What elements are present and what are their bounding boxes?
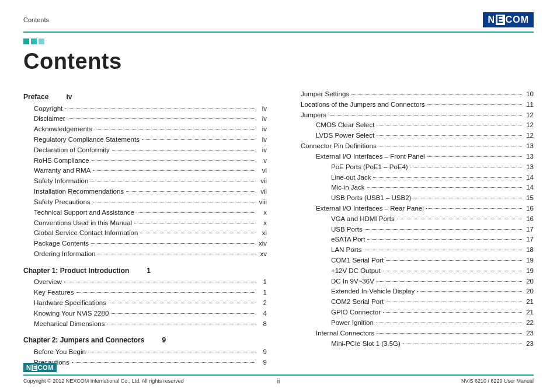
toc-entry-page: xi [256, 228, 267, 239]
toc-leader-dots [64, 282, 255, 282]
toc-entry[interactable]: External I/O Interfaces – Front Panel13 [290, 152, 534, 162]
footer-page-number: ii [277, 378, 280, 384]
toc-entry-page: xv [256, 249, 267, 260]
toc-leader-dots [426, 208, 522, 209]
toc-entry-page: 23 [523, 339, 534, 349]
toc-entry-page: x [256, 208, 267, 218]
toc-entry-page: 20 [523, 286, 534, 297]
toc-column-right: Jumper Settings10Locations of the Jumper… [290, 89, 534, 368]
toc-entry[interactable]: Mini-PCIe Slot 1 (3.5G)23 [290, 339, 534, 349]
toc-entry-page: 16 [523, 214, 534, 225]
toc-entry-title: Ordering Information [34, 249, 96, 260]
toc-entry[interactable]: CMOS Clear Select12 [290, 120, 534, 131]
toc-entry[interactable]: Safety Informationvii [23, 176, 267, 187]
toc-entry-page: 13 [523, 162, 534, 173]
toc-entry[interactable]: Mechanical Dimensions8 [23, 319, 267, 330]
toc-entry[interactable]: Locations of the Jumpers and Connectors1… [290, 100, 534, 110]
toc-entry[interactable]: DC In 9V~36V20 [290, 276, 534, 287]
toc-entry[interactable]: Knowing Your NViS 22804 [23, 309, 267, 319]
brand-logo: NECOM [483, 12, 534, 27]
toc-entry[interactable]: Precautions9 [23, 358, 267, 368]
toc-entry[interactable]: eSATA Port17 [290, 235, 534, 245]
toc-entry[interactable]: USB Ports (USB1 – USB2)15 [290, 193, 534, 204]
toc-entry-page: iv [256, 145, 267, 156]
toc-entry[interactable]: Mic-in Jack14 [290, 183, 534, 193]
toc-entry[interactable]: RoHS Compliancev [23, 156, 267, 166]
toc-entry[interactable]: USB Ports17 [290, 225, 534, 235]
decorative-square [39, 38, 44, 44]
toc-entry[interactable]: COM2 Serial Port21 [290, 297, 534, 307]
toc-entry[interactable]: PoE Ports (PoE1 – PoE4)13 [290, 162, 534, 173]
toc-entry-title: RoHS Compliance [34, 156, 90, 166]
toc-section-heading[interactable]: Prefaceiv [23, 92, 267, 103]
page-root: Contents NECOM Contents PrefaceivCopyrig… [0, 0, 557, 392]
toc-leader-dots [134, 223, 255, 223]
toc-entry[interactable]: Global Service Contact Informationxi [23, 228, 267, 239]
toc-entry[interactable]: LAN Ports18 [290, 245, 534, 256]
toc-entry[interactable]: Disclaimeriv [23, 114, 267, 124]
toc-leader-dots [403, 344, 522, 344]
toc-entry-page: 23 [523, 328, 534, 339]
toc-entry[interactable]: +12V DC Output19 [290, 266, 534, 276]
toc-section-heading[interactable]: Chapter 1: Product Introduction1 [23, 265, 267, 276]
toc-entry[interactable]: Declaration of Conformityiv [23, 145, 267, 156]
toc-entry-title: Internal Connectors [316, 328, 375, 339]
toc-section-heading[interactable]: Chapter 2: Jumpers and Connectors9 [23, 335, 267, 346]
toc-entry-title: COM1 Serial Port [331, 256, 385, 266]
toc-entry[interactable]: Regulatory Compliance Statementsiv [23, 135, 267, 145]
toc-entry-page: xiv [256, 239, 267, 249]
toc-entry[interactable]: Jumper Settings10 [290, 89, 534, 100]
toc-entry-title: Key Features [34, 288, 75, 298]
toc-entry[interactable]: Before You Begin9 [23, 347, 267, 358]
footer-logo-n: N [26, 364, 31, 371]
toc-entry-title: External I/O Interfaces – Rear Panel [316, 204, 425, 214]
toc-entry[interactable]: LVDS Power Select12 [290, 131, 534, 141]
toc-entry-page: v [256, 156, 267, 166]
toc-entry[interactable]: Installation Recommendationsvii [23, 187, 267, 197]
toc-leader-dots [377, 125, 522, 125]
toc-entry-page: 8 [256, 319, 267, 330]
toc-entry-page: iv [256, 114, 267, 124]
toc-entry-page: 1 [256, 277, 267, 288]
toc-entry-page: 19 [523, 266, 534, 276]
header-divider [23, 32, 534, 33]
toc-entry-title: Acknowledgements [34, 124, 93, 135]
toc-entry-page: 13 [523, 141, 534, 152]
toc-entry[interactable]: Copyrightiv [23, 104, 267, 114]
toc-entry[interactable]: Connector Pin Definitions13 [290, 141, 534, 152]
decorative-squares [23, 38, 534, 44]
toc-entry[interactable]: Power Ignition22 [290, 318, 534, 328]
toc-entry-title: External I/O Interfaces – Front Panel [316, 152, 426, 162]
toc-leader-dots [377, 135, 522, 136]
toc-entry[interactable]: Safety Precautionsviii [23, 197, 267, 208]
toc-entry-page: viii [256, 197, 267, 208]
toc-entry[interactable]: Package Contentsxiv [23, 239, 267, 249]
toc-entry[interactable]: Internal Connectors23 [290, 328, 534, 339]
toc-entry-page: 14 [523, 183, 534, 193]
toc-entry[interactable]: Overview1 [23, 277, 267, 288]
toc-entry[interactable]: Acknowledgementsiv [23, 124, 267, 135]
toc-entry[interactable]: External I/O Interfaces – Rear Panel16 [290, 204, 534, 214]
toc-entry[interactable]: VGA and HDMI Ports16 [290, 214, 534, 225]
toc-entry[interactable]: Technical Support and Assistancex [23, 208, 267, 218]
toc-entry[interactable]: Extended In-Vehicle Display20 [290, 286, 534, 297]
toc-entry[interactable]: Conventions Used in this Manualx [23, 218, 267, 229]
toc-leader-dots [76, 292, 255, 293]
toc-entry[interactable]: Jumpers12 [290, 110, 534, 121]
toc-entry-page: 22 [523, 318, 534, 328]
toc-entry-title: Jumper Settings [301, 89, 350, 100]
toc-entry-title: Copyright [34, 104, 64, 114]
toc-entry-title: USB Ports [331, 225, 364, 235]
toc-entry[interactable]: Line-out Jack14 [290, 173, 534, 183]
toc-entry[interactable]: GPIO Connector21 [290, 307, 534, 318]
toc-leader-dots [68, 118, 255, 119]
toc-entry[interactable]: Key Features1 [23, 288, 267, 298]
toc-leader-dots [88, 352, 255, 352]
toc-entry[interactable]: Ordering Informationxv [23, 249, 267, 260]
toc-leader-dots [373, 177, 522, 178]
footer-logo: NECOM [23, 362, 57, 372]
toc-entry[interactable]: Hardware Specifications2 [23, 298, 267, 309]
toc-leader-dots [410, 167, 522, 167]
toc-entry[interactable]: Warranty and RMAvi [23, 166, 267, 176]
toc-entry[interactable]: COM1 Serial Port19 [290, 256, 534, 266]
